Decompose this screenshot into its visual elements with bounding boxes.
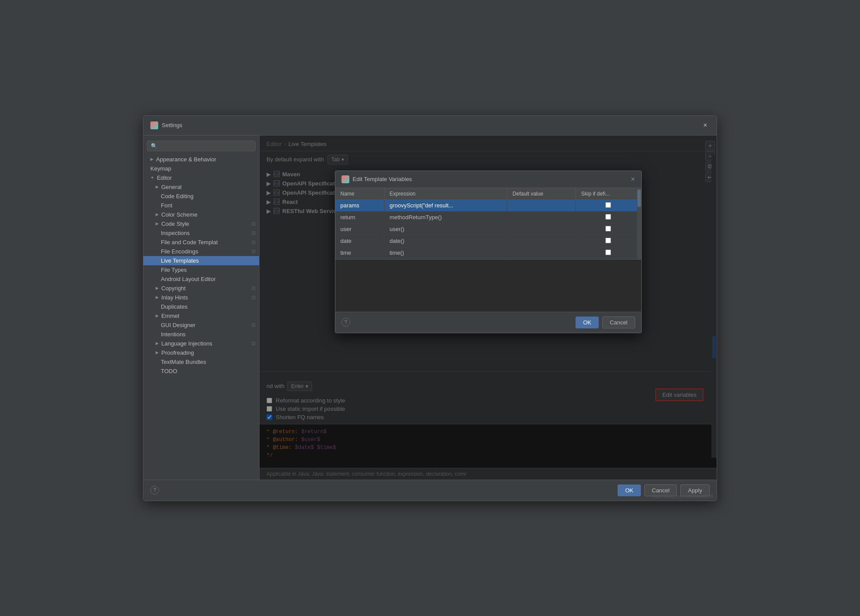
arrow-icon: ▶ <box>156 350 159 355</box>
sidebar: 🔍 ▶ Appearance & Behavior Keymap ▼ Edito… <box>143 135 259 480</box>
sidebar-item-label: General <box>161 184 181 190</box>
sidebar-item-label: File and Code Templat <box>161 239 218 246</box>
cell-skip[interactable] <box>576 223 641 235</box>
table-row[interactable]: return methodReturnType() <box>335 211 641 223</box>
sidebar-item-appearance[interactable]: ▶ Appearance & Behavior <box>143 155 259 164</box>
sidebar-item-label: GUI Designer <box>161 322 195 328</box>
sidebar-item-file-types[interactable]: File Types <box>143 265 259 274</box>
sidebar-item-label: Copyright <box>161 285 186 292</box>
sidebar-item-label: Appearance & Behavior <box>156 156 216 163</box>
cell-default <box>507 211 576 223</box>
settings-icon: ⊡ <box>252 230 256 236</box>
sidebar-item-label: Editor <box>157 174 172 181</box>
modal-cancel-button[interactable]: Cancel <box>602 317 635 328</box>
cell-name: user <box>335 223 384 235</box>
right-panel: Editor › Live Templates By default expan… <box>259 135 717 480</box>
sidebar-item-color-scheme[interactable]: ▶ Color Scheme <box>143 210 259 219</box>
window-close-button[interactable]: × <box>701 121 710 130</box>
sidebar-item-label: Keymap <box>150 165 171 172</box>
sidebar-item-editor[interactable]: ▼ Editor <box>143 173 259 182</box>
cell-default <box>507 235 576 247</box>
arrow-icon: ▶ <box>156 221 159 226</box>
col-default: Default value <box>507 188 576 200</box>
modal-lower-area <box>335 259 641 312</box>
sidebar-item-gui-designer[interactable]: GUI Designer ⊡ <box>143 320 259 330</box>
table-row[interactable]: params groovyScript("def result... <box>335 199 641 211</box>
search-input[interactable] <box>160 143 252 149</box>
table-scrollbar[interactable] <box>637 188 641 259</box>
skip-checkbox[interactable] <box>605 202 611 208</box>
col-name: Name <box>335 188 384 200</box>
table-scrollbar-thumb <box>637 189 641 207</box>
sidebar-item-label: Language Injections <box>161 340 212 347</box>
modal-close-button[interactable]: × <box>631 175 635 183</box>
sidebar-item-label: Code Style <box>161 221 189 227</box>
table-row[interactable]: time time() <box>335 247 641 259</box>
cell-name: params <box>335 199 384 211</box>
settings-icon: ⊡ <box>252 221 256 227</box>
cell-skip[interactable] <box>576 199 641 211</box>
arrow-icon: ▶ <box>156 295 159 299</box>
arrow-icon: ▶ <box>156 185 159 189</box>
cell-name: date <box>335 235 384 247</box>
settings-icon: ⊡ <box>252 239 256 245</box>
sidebar-item-intentions[interactable]: Intentions <box>143 330 259 339</box>
sidebar-item-emmet[interactable]: ▶ Emmet <box>143 311 259 320</box>
modal-footer: ? OK Cancel <box>335 312 641 333</box>
sidebar-item-inlay-hints[interactable]: ▶ Inlay Hints ⊡ <box>143 293 259 302</box>
sidebar-item-proofreading[interactable]: ▶ Proofreading <box>143 348 259 357</box>
search-icon: 🔍 <box>151 143 157 149</box>
sidebar-item-label: Intentions <box>161 331 185 338</box>
modal-title-bar: Edit Template Variables × <box>335 171 641 188</box>
table-row[interactable]: date date() <box>335 235 641 247</box>
watermark: https://blog.csdn.net/sowei2009 <box>652 494 713 499</box>
table-row[interactable]: user user() <box>335 223 641 235</box>
sidebar-item-keymap[interactable]: Keymap <box>143 164 259 173</box>
skip-checkbox[interactable] <box>605 226 611 231</box>
sidebar-item-file-code-templates[interactable]: File and Code Templat ⊡ <box>143 238 259 247</box>
sidebar-item-inspections[interactable]: Inspections ⊡ <box>143 228 259 238</box>
sidebar-item-duplicates[interactable]: Duplicates <box>143 302 259 311</box>
arrow-icon: ▶ <box>156 286 159 290</box>
bottom-bar: ? OK Cancel Apply <box>143 480 717 501</box>
help-button-main[interactable]: ? <box>150 486 159 495</box>
sidebar-item-label: Color Scheme <box>161 211 197 218</box>
sidebar-item-textmate[interactable]: TextMate Bundles <box>143 357 259 367</box>
sidebar-item-copyright[interactable]: ▶ Copyright ⊡ <box>143 284 259 293</box>
cell-default <box>507 247 576 259</box>
settings-icon: ⊡ <box>252 322 256 328</box>
arrow-icon: ▼ <box>150 176 154 180</box>
skip-checkbox[interactable] <box>605 238 611 243</box>
sidebar-item-language-injections[interactable]: ▶ Language Injections ⊡ <box>143 339 259 348</box>
sidebar-item-font[interactable]: Font <box>143 201 259 210</box>
sidebar-item-todo[interactable]: TODO <box>143 367 259 376</box>
modal-ok-button[interactable]: OK <box>576 317 599 328</box>
sidebar-item-android-layout[interactable]: Android Layout Editor <box>143 274 259 284</box>
cell-skip[interactable] <box>576 211 641 223</box>
modal-body: Name Expression Default value Skip if de… <box>335 188 641 312</box>
cell-expression: user() <box>384 223 507 235</box>
sidebar-item-label: File Encodings <box>161 248 198 255</box>
ok-button[interactable]: OK <box>618 484 641 496</box>
sidebar-item-label: TextMate Bundles <box>161 359 206 365</box>
main-content: 🔍 ▶ Appearance & Behavior Keymap ▼ Edito… <box>143 135 717 480</box>
skip-checkbox[interactable] <box>605 249 611 255</box>
sidebar-item-label: Inspections <box>161 230 190 236</box>
sidebar-item-label: Android Layout Editor <box>161 276 216 282</box>
sidebar-item-code-style[interactable]: ▶ Code Style ⊡ <box>143 219 259 228</box>
search-box[interactable]: 🔍 <box>147 141 256 151</box>
settings-icon: ⊡ <box>252 295 256 300</box>
skip-checkbox[interactable] <box>605 214 611 220</box>
cell-name: time <box>335 247 384 259</box>
cell-name: return <box>335 211 384 223</box>
cell-skip[interactable] <box>576 235 641 247</box>
settings-window: Settings × 🔍 ▶ Appearance & Behavior Key… <box>143 115 717 501</box>
sidebar-item-label: File Types <box>161 267 187 273</box>
window-title: Settings <box>162 122 182 128</box>
sidebar-item-general[interactable]: ▶ General <box>143 182 259 192</box>
sidebar-item-file-encodings[interactable]: File Encodings ⊡ <box>143 247 259 256</box>
sidebar-item-live-templates[interactable]: Live Templates <box>143 256 259 265</box>
sidebar-item-code-editing[interactable]: Code Editing <box>143 192 259 201</box>
cell-skip[interactable] <box>576 247 641 259</box>
help-button[interactable]: ? <box>341 318 350 327</box>
